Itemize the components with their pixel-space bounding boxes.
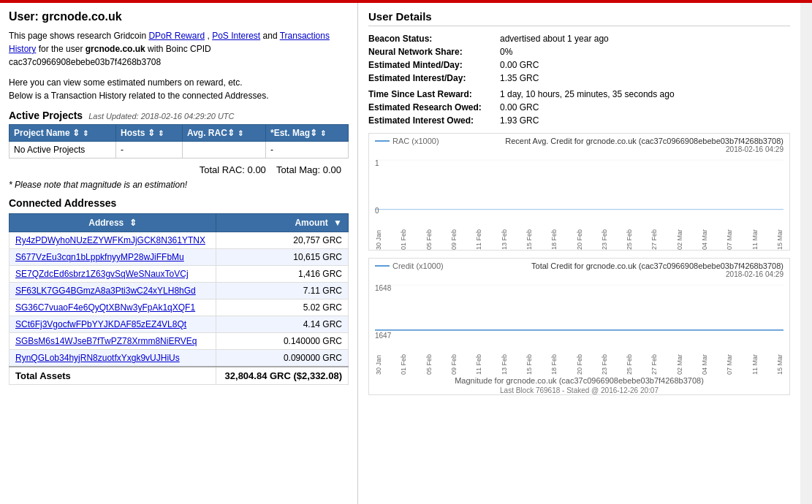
credit-chart-title: Total Credit for grcnode.co.uk (cac37c09… <box>531 261 783 278</box>
address-row: SE7QZdcEd6sbrz1Z63gvSqWeSNauxToVCj 1,416… <box>10 266 349 283</box>
address-link[interactable]: SF63LK7GG4BGmzA8a3Pti3wC24xYLH8hGd <box>15 286 196 296</box>
project-name-header[interactable]: Project Name ⇕ <box>10 125 116 142</box>
address-link[interactable]: SE7QZdcEd6sbrz1Z63gvSqWeSNauxToVCj <box>15 269 189 279</box>
credit-x-labels: 30 Jan01 Feb05 Feb09 Feb11 Feb13 Feb15 F… <box>369 354 789 375</box>
connected-addresses-title: Connected Addresses <box>9 197 349 209</box>
credit-chart-area: 1648 1647 <box>369 281 789 354</box>
rac-chart-timestamp: 2018-02-16 04:29 <box>505 145 783 153</box>
x-label: 18 Feb <box>550 229 558 250</box>
hosts-header[interactable]: Hosts ⇕ <box>115 125 182 142</box>
detail-value: 1.93 GRC <box>500 115 539 126</box>
x-label: 15 Mar <box>776 354 783 375</box>
x-label: 15 Feb <box>525 229 533 250</box>
x-label: 18 Feb <box>550 354 558 375</box>
rac-chart: RAC (x1000) Recent Avg. Credit for grcno… <box>368 133 790 251</box>
rac-chart-area: 1 0 <box>369 156 789 229</box>
scrollbar[interactable] <box>800 3 812 504</box>
total-mag-value: 0.00 <box>323 164 341 175</box>
address-link[interactable]: SCt6Fj3VgocfwFPbYYJKDAF85zEZ4VL8Qt <box>15 319 186 329</box>
address-link[interactable]: SG36C7vuaoF4e6QyQtXBNw3yFpAk1qXQF1 <box>15 302 195 313</box>
desc-suffix1: for the user <box>39 44 86 54</box>
rac-x-labels: 30 Jan01 Feb05 Feb09 Feb11 Feb13 Feb15 F… <box>369 229 789 250</box>
rac-y-top: 1 <box>375 159 379 167</box>
amount-header[interactable]: Amount ▼ <box>216 214 348 232</box>
detail-label: Estimated Interest/Day: <box>368 73 500 83</box>
total-assets-row: Total Assets 32,804.84 GRC ($2,332.08) <box>10 367 349 385</box>
page-container: User: grcnode.co.uk This page shows rese… <box>0 0 812 504</box>
x-label: 15 Mar <box>776 229 783 250</box>
detail-value: advertised about 1 year ago <box>500 34 609 44</box>
address-cell: Ry4zPDWyhoNUzEZYWFKmJjGCK8N361YTNX <box>10 232 216 249</box>
x-label: 02 Mar <box>676 229 683 250</box>
x-label: 20 Feb <box>576 229 583 250</box>
total-assets-value: 32,804.84 GRC ($2,332.08) <box>216 367 348 385</box>
pos-link[interactable]: PoS Interest <box>212 31 260 41</box>
detail-label: Time Since Last Reward: <box>368 89 500 99</box>
x-label: 13 Feb <box>501 229 508 250</box>
rac-chart-svg <box>375 159 783 218</box>
total-mag-label: Total Mag: <box>276 164 320 175</box>
address-cell: SGBsM6s14WJseB7fTwPZ78Xrmm8NiERVEq <box>10 333 216 350</box>
detail-row: Beacon Status: advertised about 1 year a… <box>368 34 790 44</box>
address-header[interactable]: Address ⇕ <box>10 214 216 232</box>
address-link[interactable]: Ry4zPDWyhoNUzEZYWFKmJjGCK8N361YTNX <box>15 235 205 245</box>
credit-chart-timestamp: 2018-02-16 04:29 <box>531 270 783 278</box>
address-row: Ry4zPDWyhoNUzEZYWFKmJjGCK8N361YTNX 20,75… <box>10 232 349 249</box>
detail-label: Estimated Minted/Day: <box>368 60 500 70</box>
credit-chart: Credit (x1000) Total Credit for grcnode.… <box>368 258 790 395</box>
detail-row: Estimated Interest Owed: 1.93 GRC <box>368 115 790 126</box>
project-row: No Active Projects - - <box>10 142 349 159</box>
project-name-cell: No Active Projects <box>10 142 116 159</box>
address-row: SG36C7vuaoF4e6QyQtXBNw3yFpAk1qXQF1 5.02 … <box>10 299 349 316</box>
credit-legend-line <box>375 265 390 267</box>
address-row: SCt6Fj3VgocfwFPbYYJKDAF85zEZ4VL8Qt 4.14 … <box>10 316 349 333</box>
x-label: 25 Feb <box>626 354 633 375</box>
x-label: 05 Feb <box>425 229 433 250</box>
x-label: 11 Feb <box>475 354 482 375</box>
address-row: SF63LK7GG4BGmzA8a3Pti3wC24xYLH8hGd 7.11 … <box>10 283 349 299</box>
projects-table: Project Name ⇕ Hosts ⇕ Avg. RAC⇕ *Est. M… <box>9 124 349 159</box>
address-sort-icon: ⇕ <box>129 218 137 228</box>
credit-y-bottom: 1647 <box>375 332 391 340</box>
project-est-mag-cell: - <box>266 142 349 159</box>
here-text1: Here you can view some estimated numbers… <box>9 76 349 89</box>
address-link[interactable]: S677VzEu3cqn1bLppkfnyyMP28wJiFFbMu <box>15 252 184 262</box>
dpor-link[interactable]: DPoR Reward <box>148 31 205 41</box>
amount-cell: 0.090000 GRC <box>216 350 348 367</box>
x-label: 04 Mar <box>701 229 708 250</box>
chart-footer-sub: Last Block 769618 - Staked @ 2016-12-26 … <box>369 386 789 394</box>
address-cell: S677VzEu3cqn1bLppkfnyyMP28wJiFFbMu <box>10 249 216 266</box>
detail-value: 1.35 GRC <box>500 73 539 83</box>
detail-value: 1 day, 10 hours, 25 minutes, 35 seconds … <box>500 89 675 99</box>
detail-row: Neural Network Share: 0% <box>368 47 790 57</box>
address-cell: SCt6Fj3VgocfwFPbYYJKDAF85zEZ4VL8Qt <box>10 316 216 333</box>
rac-y-bottom: 0 <box>375 207 379 215</box>
address-row: SGBsM6s14WJseB7fTwPZ78Xrmm8NiERVEq 0.140… <box>10 333 349 350</box>
project-avg-rac-cell <box>182 142 265 159</box>
credit-chart-title-text: Total Credit for grcnode.co.uk (cac37c09… <box>531 261 783 270</box>
x-label: 01 Feb <box>400 229 407 250</box>
detail-value: 0.00 GRC <box>500 60 539 70</box>
amount-cell: 7.11 GRC <box>216 283 348 299</box>
credit-chart-header: Credit (x1000) Total Credit for grcnode.… <box>369 259 789 281</box>
x-label: 11 Mar <box>751 229 759 250</box>
x-label: 11 Mar <box>751 354 759 375</box>
note-text: * Please note that magnitude is an estim… <box>9 180 349 190</box>
address-cell: SE7QZdcEd6sbrz1Z63gvSqWeSNauxToVCj <box>10 266 216 283</box>
x-label: 15 Feb <box>525 354 533 375</box>
total-assets-label: Total Assets <box>10 367 216 385</box>
rac-legend-label: RAC (x1000) <box>392 137 439 145</box>
avg-rac-header[interactable]: Avg. RAC⇕ <box>182 125 265 142</box>
address-link[interactable]: RynQGLob34hyjRN8zuotfxYxgk9vUJHiUs <box>15 353 180 363</box>
est-mag-header[interactable]: *Est. Mag⇕ <box>266 125 349 142</box>
detail-row: Estimated Minted/Day: 0.00 GRC <box>368 60 790 70</box>
address-cell: SF63LK7GG4BGmzA8a3Pti3wC24xYLH8hGd <box>10 283 216 299</box>
detail-label: Estimated Interest Owed: <box>368 115 500 126</box>
address-link[interactable]: SGBsM6s14WJseB7fTwPZ78Xrmm8NiERVEq <box>15 336 197 346</box>
amount-cell: 1,416 GRC <box>216 266 348 283</box>
desc-middle2: and <box>263 31 280 41</box>
address-row: S677VzEu3cqn1bLppkfnyyMP28wJiFFbMu 10,61… <box>10 249 349 266</box>
x-label: 27 Feb <box>650 229 658 250</box>
rac-chart-title: Recent Avg. Credit for grcnode.co.uk (ca… <box>505 137 783 153</box>
description-text: This page shows research Gridcoin DPoR R… <box>9 29 349 69</box>
